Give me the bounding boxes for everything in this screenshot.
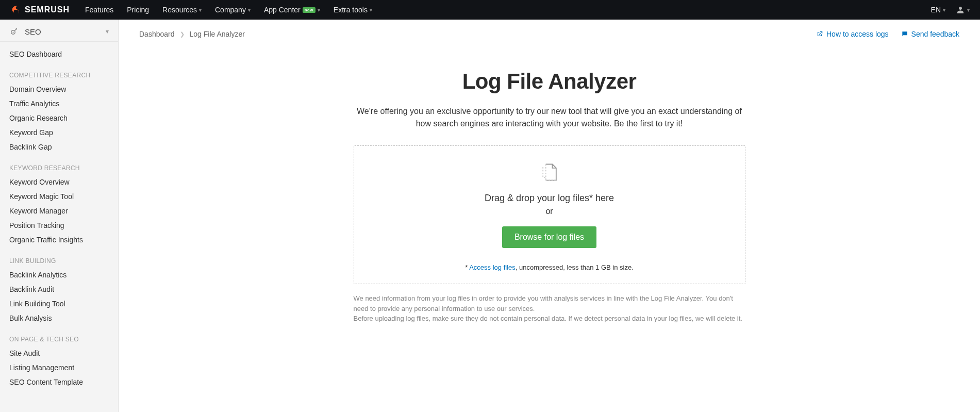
chevron-down-icon: ▾: [248, 7, 251, 13]
sidebar-item-bulk-analysis[interactable]: Bulk Analysis: [0, 311, 118, 325]
nav-app-center[interactable]: App Centernew▾: [264, 6, 320, 14]
breadcrumb: Dashboard ❯ Log File Analyzer: [139, 30, 245, 38]
top-right: EN▾ ▾: [931, 5, 970, 14]
drop-note-suffix: , uncompressed, less than 1 GB in size.: [516, 263, 634, 271]
new-badge: new: [303, 7, 315, 13]
sidebar-header[interactable]: SEO ▾: [0, 20, 118, 42]
sidebar-item-link-building-tool[interactable]: Link Building Tool: [0, 296, 118, 311]
top-nav: Features Pricing Resources▾ Company▾ App…: [85, 6, 931, 14]
sidebar-section-competitive: COMPETITIVE RESEARCH: [0, 67, 118, 82]
main-content: Dashboard ❯ Log File Analyzer How to acc…: [119, 20, 980, 412]
chat-icon: [901, 30, 908, 38]
brand-logo[interactable]: SEMRUSH: [10, 4, 70, 15]
sidebar-item-keyword-overview[interactable]: Keyword Overview: [0, 175, 118, 189]
nav-resources-label: Resources: [162, 6, 197, 14]
semrush-flame-icon: [10, 4, 22, 15]
drop-note: * Access log files, uncompressed, less t…: [375, 263, 724, 271]
chevron-down-icon: ▾: [199, 7, 202, 13]
file-dropzone[interactable]: Drag & drop your log files* here or Brow…: [354, 145, 745, 284]
browse-button[interactable]: Browse for log files: [502, 226, 596, 248]
chevron-down-icon: ▾: [967, 7, 970, 13]
user-menu[interactable]: ▾: [956, 5, 970, 14]
sidebar-item-site-audit[interactable]: Site Audit: [0, 346, 118, 360]
nav-appcenter-label: App Center: [264, 6, 301, 14]
sidebar-section-keyword: KEYWORD RESEARCH: [0, 159, 118, 175]
sidebar-item-seo-content-template[interactable]: SEO Content Template: [0, 375, 118, 389]
sidebar-item-backlink-analytics[interactable]: Backlink Analytics: [0, 268, 118, 282]
sidebar-item-keyword-magic[interactable]: Keyword Magic Tool: [0, 189, 118, 204]
nav-pricing-label: Pricing: [127, 6, 149, 14]
breadcrumb-current: Log File Analyzer: [190, 30, 245, 38]
chevron-down-icon: ▾: [318, 7, 320, 13]
sidebar-item-organic-research[interactable]: Organic Research: [0, 111, 118, 125]
sidebar-item-backlink-audit[interactable]: Backlink Audit: [0, 282, 118, 296]
nav-extra-tools[interactable]: Extra tools▾: [334, 6, 372, 14]
disclaimer-line-2: Before uploading log files, make sure th…: [354, 314, 745, 324]
nav-features[interactable]: Features: [85, 6, 113, 14]
target-icon: [9, 27, 19, 36]
access-log-files-link[interactable]: Access log files: [469, 263, 516, 271]
drop-note-prefix: *: [465, 263, 469, 271]
disclaimer: We need information from your log files …: [354, 293, 745, 324]
sidebar-item-keyword-gap[interactable]: Keyword Gap: [0, 125, 118, 140]
feedback-label: Send feedback: [911, 30, 959, 38]
sidebar-item-seo-dashboard[interactable]: SEO Dashboard: [0, 47, 118, 61]
chevron-down-icon: ▾: [370, 7, 372, 13]
chevron-right-icon: ❯: [180, 31, 185, 38]
sidebar-section-link: LINK BUILDING: [0, 252, 118, 268]
sidebar-item-keyword-manager[interactable]: Keyword Manager: [0, 204, 118, 218]
nav-company-label: Company: [215, 6, 246, 14]
nav-resources[interactable]: Resources▾: [162, 6, 202, 14]
file-icon: [538, 161, 561, 184]
top-bar: SEMRUSH Features Pricing Resources▾ Comp…: [0, 0, 980, 20]
page-subtitle: We're offering you an exclusive opportun…: [354, 105, 745, 130]
user-icon: [956, 5, 965, 14]
send-feedback-link[interactable]: Send feedback: [901, 30, 959, 38]
drop-instruction: Drag & drop your log files* here: [375, 193, 724, 204]
share-icon: [816, 30, 823, 38]
chevron-down-icon: ▾: [106, 28, 109, 35]
nav-features-label: Features: [85, 6, 113, 14]
chevron-down-icon: ▾: [943, 7, 945, 13]
sidebar-item-listing-management[interactable]: Listing Management: [0, 360, 118, 375]
page-title: Log File Analyzer: [354, 69, 745, 94]
how-to-label: How to access logs: [826, 30, 889, 38]
drop-or: or: [375, 207, 724, 216]
how-to-access-logs-link[interactable]: How to access logs: [816, 30, 889, 38]
sidebar-title: SEO: [25, 27, 41, 36]
nav-company[interactable]: Company▾: [215, 6, 251, 14]
svg-point-1: [12, 31, 13, 32]
language-selector[interactable]: EN▾: [931, 6, 945, 14]
nav-pricing[interactable]: Pricing: [127, 6, 149, 14]
sidebar-item-organic-traffic-insights[interactable]: Organic Traffic Insights: [0, 233, 118, 247]
sidebar: SEO ▾ SEO Dashboard COMPETITIVE RESEARCH…: [0, 20, 119, 412]
sidebar-section-onpage: ON PAGE & TECH SEO: [0, 331, 118, 346]
sidebar-item-domain-overview[interactable]: Domain Overview: [0, 82, 118, 96]
disclaimer-line-1: We need information from your log files …: [354, 293, 745, 314]
sidebar-item-backlink-gap[interactable]: Backlink Gap: [0, 140, 118, 154]
nav-extratools-label: Extra tools: [334, 6, 368, 14]
sidebar-item-traffic-analytics[interactable]: Traffic Analytics: [0, 96, 118, 111]
sidebar-item-position-tracking[interactable]: Position Tracking: [0, 218, 118, 233]
language-label: EN: [931, 6, 941, 14]
brand-name: SEMRUSH: [25, 5, 70, 14]
breadcrumb-dashboard[interactable]: Dashboard: [139, 30, 175, 38]
